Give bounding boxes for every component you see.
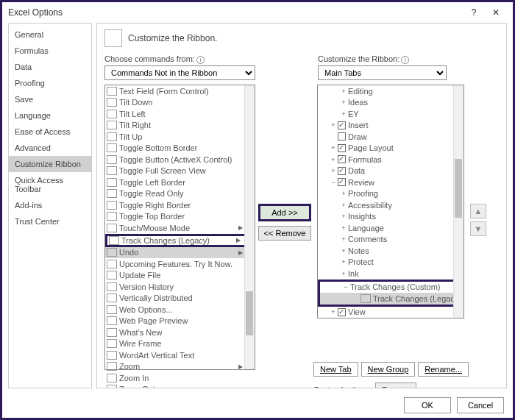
list-item[interactable]: Text Field (Form Control) [105, 85, 255, 97]
scrollbar[interactable] [453, 85, 464, 318]
add-button[interactable]: Add >> [258, 204, 311, 221]
list-item[interactable]: Tilt Right [105, 120, 255, 132]
checkbox[interactable] [338, 121, 346, 129]
list-item[interactable]: Toggle Bottom Border [105, 143, 255, 154]
expand-icon[interactable]: + [330, 308, 337, 316]
list-item[interactable]: WordArt Vertical Text [105, 349, 255, 361]
tree-item[interactable]: +Accessibility [318, 199, 464, 211]
sidebar-item[interactable]: Proofing [9, 75, 91, 91]
checkbox[interactable] [338, 167, 346, 175]
scrollbar[interactable] [244, 85, 255, 369]
list-item[interactable]: Undo▶ [105, 247, 255, 259]
tree-item[interactable]: +Notes [318, 245, 464, 257]
expand-icon[interactable]: + [340, 99, 347, 106]
list-item[interactable]: Update File [105, 270, 255, 282]
list-item[interactable]: Tilt Left [105, 108, 255, 120]
tree-item[interactable]: +Proofing [318, 188, 464, 200]
close-button[interactable]: ✕ [485, 7, 507, 18]
sidebar-item[interactable]: Ease of Access [9, 124, 91, 140]
list-item[interactable]: Toggle Read Only [105, 188, 255, 200]
sidebar-item[interactable]: Trust Center [9, 213, 91, 229]
expand-icon[interactable]: − [342, 283, 349, 291]
checkbox[interactable] [338, 155, 346, 163]
sidebar-item[interactable]: Advanced [9, 140, 91, 156]
tree-item[interactable]: −Review [318, 177, 464, 188]
list-item[interactable]: Web Page Preview [105, 316, 255, 327]
tree-item[interactable]: Track Changes (Legacy)▶ [320, 293, 461, 305]
expand-icon[interactable]: + [330, 167, 337, 174]
list-item[interactable]: Toggle Button (ActiveX Control) [105, 154, 255, 165]
list-item[interactable]: Zoom Out [105, 384, 255, 389]
sidebar-item[interactable]: General [9, 26, 91, 43]
list-item[interactable]: Track Changes (Legacy)▶ [105, 234, 255, 247]
list-item[interactable]: Web Options... [105, 304, 255, 316]
commands-listbox[interactable]: Text Field (Form Control)Tilt DownTilt L… [104, 85, 255, 370]
list-item[interactable]: Version History [105, 281, 255, 293]
tree-item[interactable]: +Ideas [318, 97, 464, 109]
tree-item[interactable]: +Page Layout [318, 143, 464, 154]
new-group-button[interactable]: New Group [361, 362, 416, 377]
tree-item[interactable]: +Ink [318, 268, 464, 280]
expand-icon[interactable]: + [330, 121, 337, 129]
expand-icon[interactable]: + [340, 110, 347, 118]
sidebar-item[interactable]: Formulas [9, 43, 91, 59]
tree-item[interactable]: −Track Changes (Custom) [320, 282, 461, 293]
expand-icon[interactable]: + [330, 156, 337, 163]
sidebar-item[interactable]: Save [9, 91, 91, 107]
move-down-button[interactable]: ▼ [470, 221, 486, 236]
expand-icon[interactable]: + [340, 235, 347, 243]
ok-button[interactable]: OK [404, 397, 451, 413]
sidebar-item[interactable]: Quick Access Toolbar [9, 172, 91, 197]
checkbox[interactable] [338, 308, 346, 316]
move-up-button[interactable]: ▲ [470, 204, 486, 218]
list-item[interactable]: Zoom In [105, 372, 255, 384]
expand-icon[interactable]: + [340, 88, 347, 95]
expand-icon[interactable]: + [340, 213, 347, 220]
new-tab-button[interactable]: New Tab [313, 362, 358, 377]
customize-ribbon-dropdown[interactable]: Main Tabs [318, 65, 447, 80]
checkbox[interactable] [338, 132, 346, 140]
list-item[interactable]: Toggle Top Border [105, 211, 255, 223]
list-item[interactable]: Toggle Left Border [105, 177, 255, 188]
ribbon-tree[interactable]: +Editing+Ideas+EY+InsertDraw+Page Layout… [317, 85, 464, 318]
list-item[interactable]: Wire Frame [105, 338, 255, 350]
list-item[interactable]: Toggle Full Screen View [105, 165, 255, 177]
info-icon[interactable]: i [401, 56, 409, 64]
tree-item[interactable]: +Insert [318, 120, 464, 132]
expand-icon[interactable]: + [340, 258, 347, 266]
rename-button[interactable]: Rename... [418, 362, 469, 377]
tree-item[interactable]: +Insights [318, 211, 464, 223]
tree-item[interactable]: +EY [318, 108, 464, 120]
tree-item[interactable]: +Comments [318, 234, 464, 246]
list-item[interactable]: Touch/Mouse Mode▶ [105, 222, 255, 234]
info-icon[interactable]: i [196, 56, 205, 64]
list-item[interactable]: Tilt Down [105, 97, 255, 109]
list-item[interactable]: Zoom▶ [105, 361, 255, 373]
remove-button[interactable]: << Remove [258, 226, 311, 241]
reset-button[interactable]: Reset ▾ [375, 382, 416, 388]
sidebar-item[interactable]: Data [9, 59, 91, 75]
list-item[interactable]: Upcoming Features. Try It Now. [105, 258, 255, 270]
tree-item[interactable]: +Editing [318, 85, 464, 97]
expand-icon[interactable]: + [340, 190, 347, 197]
tree-item[interactable]: Draw [318, 131, 464, 143]
list-item[interactable]: What's New [105, 327, 255, 338]
list-item[interactable]: Tilt Up [105, 131, 255, 143]
tree-item[interactable]: +Language [318, 222, 464, 234]
list-item[interactable]: Toggle Right Border [105, 199, 255, 211]
tree-item[interactable]: +Protect [318, 257, 464, 268]
checkbox[interactable] [338, 144, 346, 152]
expand-icon[interactable]: + [340, 202, 347, 209]
expand-icon[interactable]: + [340, 247, 347, 255]
help-button[interactable]: ? [463, 7, 485, 18]
tree-item[interactable]: +Data [318, 165, 464, 177]
cancel-button[interactable]: Cancel [457, 397, 504, 413]
expand-icon[interactable]: + [330, 144, 337, 152]
list-item[interactable]: Vertically Distributed [105, 293, 255, 305]
expand-icon[interactable]: + [340, 224, 347, 232]
choose-commands-dropdown[interactable]: Commands Not in the Ribbon [104, 65, 255, 80]
sidebar-item[interactable]: Add-ins [9, 197, 91, 213]
sidebar-item[interactable]: Language [9, 107, 91, 124]
sidebar-item[interactable]: Customize Ribbon [9, 156, 91, 172]
tree-item[interactable]: +Formulas [318, 154, 464, 165]
